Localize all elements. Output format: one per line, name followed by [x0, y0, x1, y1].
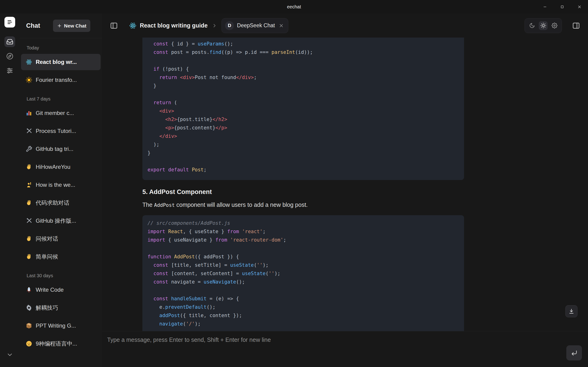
package-icon [26, 323, 32, 329]
section-label: Today [21, 41, 101, 54]
conversation-item[interactable]: 简单问候 [21, 249, 101, 265]
rail-settings-button[interactable] [4, 65, 15, 76]
code-line [147, 56, 459, 65]
wave-icon [26, 200, 32, 206]
code-line: <h2>{post.title}</h2> [147, 115, 459, 124]
wave-icon [26, 164, 32, 170]
new-chat-label: New Chat [64, 23, 86, 29]
minimize-icon [543, 5, 547, 9]
message-input[interactable] [102, 331, 560, 367]
nav-rail [0, 14, 20, 367]
window-controls [536, 0, 588, 14]
maximize-icon [560, 5, 564, 9]
sliders-icon [6, 67, 13, 74]
arrow-down-to-line-icon [568, 308, 574, 314]
code-line: return <div>Post not found</div>; [147, 73, 459, 82]
conversation-item[interactable]: GitHub tag tri... [21, 141, 101, 157]
code-line: const navigate = useNavigate(); [147, 278, 459, 286]
conversation-title: Fourier transfo... [36, 77, 77, 83]
minimize-button[interactable] [536, 0, 553, 14]
conversation-item[interactable]: 代码求助对话 [21, 195, 101, 211]
code-line: const handleSubmit = (e) => { [147, 294, 459, 303]
maximize-button[interactable] [553, 0, 571, 14]
sun-icon [540, 23, 546, 28]
model-tab[interactable]: D DeepSeek Chat [222, 18, 288, 33]
rail-app-logo-button[interactable] [4, 17, 15, 27]
scroll-to-bottom-button[interactable] [565, 305, 578, 317]
code-line: export default Post; [147, 166, 459, 174]
plus-icon [57, 23, 62, 28]
conversation-item[interactable]: PPT Writing G... [21, 317, 101, 334]
conversation-item[interactable]: HiHowAreYou [21, 159, 101, 175]
chevron-right-icon [212, 23, 217, 28]
toggle-right-panel-button[interactable] [572, 22, 580, 30]
close-button[interactable] [571, 0, 588, 14]
code-line [147, 244, 459, 252]
message-paragraph: The AddPost component will allow users t… [142, 201, 464, 209]
settings-button[interactable] [550, 21, 559, 30]
gear-emoji-icon [26, 305, 32, 311]
chat-scroll-area[interactable]: const { id } = useParams(); const post =… [102, 38, 588, 331]
code-line: const { id } = useParams(); [147, 40, 459, 48]
app-window: eechat Chat New Chat TodayReact blog wr.… [0, 0, 588, 367]
bar-chart-icon [26, 110, 32, 116]
section-label: Last 30 days [21, 267, 101, 282]
conversation-list: TodayReact blog wr...Fourier transfo...L… [20, 38, 102, 367]
code-line: return ( [147, 98, 459, 107]
conversation-title: HiHowAreYou [36, 164, 70, 170]
conversation-item[interactable]: 9种编程语言中... [21, 335, 101, 352]
conversation-title: Git member c... [36, 110, 74, 116]
conversation-item[interactable]: 问候对话 [21, 231, 101, 247]
code-line: import { useNavigate } from 'react-route… [147, 236, 459, 244]
hammer-wrench-icon [26, 217, 32, 224]
light-mode-button[interactable] [539, 21, 548, 30]
close-tab-icon[interactable] [279, 23, 284, 28]
return-icon [571, 350, 578, 357]
conversation-item[interactable]: GitHub 操作版... [21, 213, 101, 229]
message-column: const { id } = useParams(); const post =… [142, 38, 464, 331]
conversation-title: React blog wr... [36, 59, 77, 65]
toggle-sidebar-button[interactable] [110, 22, 118, 30]
rail-chat-button[interactable] [4, 36, 15, 47]
breadcrumb: React blog writing guide D DeepSeek Chat [129, 18, 288, 33]
send-button[interactable] [566, 345, 582, 360]
conversation-title: Write Code [36, 287, 64, 293]
deepseek-icon: D [225, 21, 234, 30]
conversation-heading: React blog writing guide [140, 22, 208, 29]
hammer-wrench-icon [26, 128, 32, 134]
rail-scroll-down-button[interactable] [4, 349, 15, 360]
wave-icon [26, 235, 32, 242]
nav-rail-bottom [4, 349, 15, 360]
nav-rail-items [4, 17, 15, 80]
wrench-icon [26, 146, 32, 152]
code-line [147, 90, 459, 98]
conversation-item[interactable]: React blog wr... [21, 54, 101, 70]
new-chat-button[interactable]: New Chat [53, 20, 90, 32]
code-line: navigate('/'); [147, 320, 459, 328]
dark-mode-button[interactable] [527, 21, 536, 30]
panel-left-icon [110, 22, 118, 30]
code-line: const [title, setTitle] = useState(''); [147, 261, 459, 269]
code-block: const { id } = useParams(); const post =… [142, 38, 464, 180]
message-heading: 5. AddPost Component [142, 188, 464, 196]
gear-icon [552, 23, 557, 28]
code-block: // src/components/AddPost.jsimport React… [142, 215, 464, 331]
main-panel: React blog writing guide D DeepSeek Chat [102, 14, 588, 367]
conversation-item[interactable]: Process Tutori... [21, 123, 101, 139]
react-icon [129, 22, 137, 29]
conversation-item[interactable]: Fourier transfo... [21, 72, 101, 88]
conversation-item[interactable]: 解耦技巧 [21, 300, 101, 316]
conversation-item[interactable]: Git member c... [21, 105, 101, 121]
conversation-title: 解耦技巧 [36, 304, 58, 311]
code-line: </div> [147, 132, 459, 140]
conversation-title: 代码求助对话 [36, 199, 69, 207]
header-left: React blog writing guide D DeepSeek Chat [110, 18, 288, 33]
conversation-item[interactable]: Write Code [21, 282, 101, 298]
close-icon [577, 5, 582, 9]
rail-discover-button[interactable] [4, 51, 15, 62]
logo-icon [7, 19, 13, 25]
conversation-item[interactable]: How is the we... [21, 177, 101, 193]
header-right [525, 18, 580, 33]
conversation-title: GitHub tag tri... [36, 146, 73, 152]
code-line: // src/components/AddPost.js [147, 219, 459, 227]
